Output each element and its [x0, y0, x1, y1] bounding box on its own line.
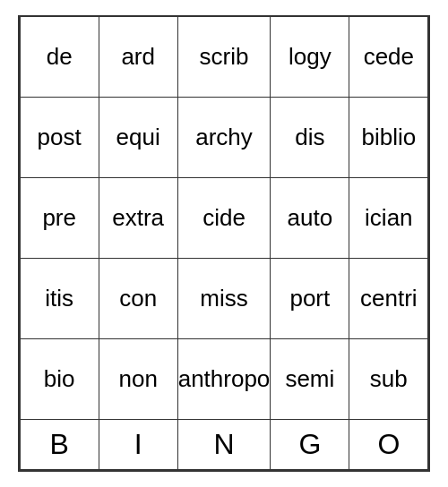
bingo-table: deardscriblogycedepostequiarchydisbiblio… [20, 17, 429, 471]
bingo-cell-2-1: extra [99, 178, 177, 259]
bingo-header-row: BINGO [20, 420, 428, 470]
header-col-n: N [177, 420, 271, 470]
bingo-cell-4-4: sub [349, 339, 428, 420]
bingo-cell-2-0: pre [20, 178, 99, 259]
bingo-row-1: postequiarchydisbiblio [20, 98, 428, 178]
bingo-cell-3-4: centri [349, 259, 428, 339]
bingo-cell-3-1: con [99, 259, 177, 339]
bingo-cell-4-2: anthropo [177, 339, 271, 420]
bingo-cell-2-4: ician [349, 178, 428, 259]
bingo-cell-0-4: cede [349, 17, 428, 98]
bingo-cell-4-0: bio [20, 339, 99, 420]
bingo-cell-3-0: itis [20, 259, 99, 339]
bingo-cell-0-0: de [20, 17, 99, 98]
bingo-cell-1-3: dis [271, 98, 349, 178]
bingo-cell-1-2: archy [177, 98, 271, 178]
bingo-cell-2-3: auto [271, 178, 349, 259]
bingo-cell-0-3: logy [271, 17, 349, 98]
bingo-cell-2-2: cide [177, 178, 271, 259]
bingo-cell-1-4: biblio [349, 98, 428, 178]
bingo-cell-4-3: semi [271, 339, 349, 420]
bingo-cell-1-1: equi [99, 98, 177, 178]
bingo-cell-0-1: ard [99, 17, 177, 98]
bingo-cell-3-3: port [271, 259, 349, 339]
bingo-cell-3-2: miss [177, 259, 271, 339]
bingo-cell-4-1: non [99, 339, 177, 420]
bingo-card: deardscriblogycedepostequiarchydisbiblio… [18, 15, 431, 473]
header-col-g: G [271, 420, 349, 470]
header-col-o: O [349, 420, 428, 470]
bingo-cell-0-2: scrib [177, 17, 271, 98]
bingo-row-0: deardscriblogycede [20, 17, 428, 98]
bingo-row-3: itisconmissportcentri [20, 259, 428, 339]
header-col-i: I [99, 420, 177, 470]
bingo-row-4: biononanthroposemisub [20, 339, 428, 420]
header-col-b: B [20, 420, 99, 470]
bingo-row-2: preextracideautoician [20, 178, 428, 259]
bingo-cell-1-0: post [20, 98, 99, 178]
